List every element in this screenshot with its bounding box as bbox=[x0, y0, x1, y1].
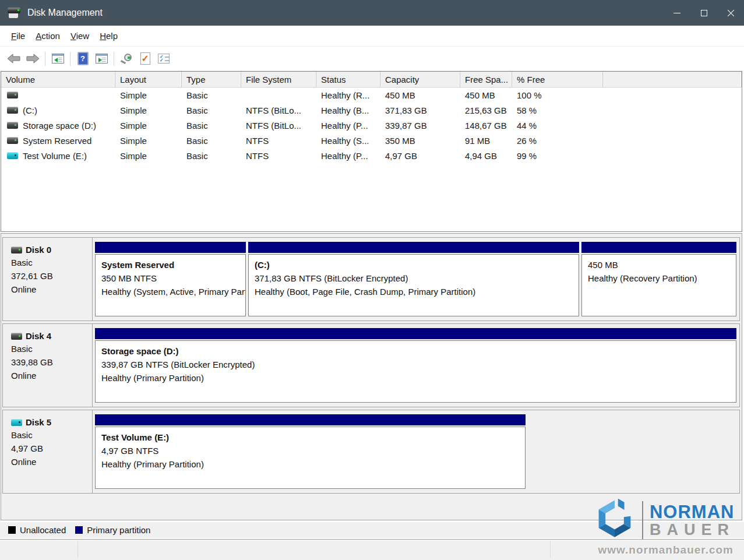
disk-name: Disk 4 bbox=[26, 331, 51, 341]
magnifier-icon bbox=[119, 53, 133, 65]
graphical-disk-pane: Disk 0 Basic 372,61 GB Online System Res… bbox=[1, 233, 742, 520]
column-header-file-system[interactable]: File System bbox=[241, 72, 316, 87]
volume-list-pane: Volume Layout Type File System Status Ca… bbox=[1, 71, 742, 232]
status-cell: Healthy (S... bbox=[316, 136, 380, 146]
forward-button[interactable] bbox=[23, 50, 42, 68]
layout-cell: Simple bbox=[115, 105, 182, 115]
partition-info: Test Volume (E:) 4,97 GB NTFS Healthy (P… bbox=[95, 427, 526, 489]
volume-row-recovery[interactable]: Simple Basic Healthy (R... 450 MB 450 MB… bbox=[1, 87, 742, 103]
volume-icon bbox=[7, 137, 18, 144]
partition-title: (C:) bbox=[255, 258, 579, 272]
console-tree-icon bbox=[52, 54, 64, 64]
disk-size: 339,88 GB bbox=[11, 355, 92, 369]
legend-label: Primary partition bbox=[87, 525, 150, 535]
show-action-pane-button[interactable] bbox=[92, 50, 111, 68]
disk-size: 4,97 GB bbox=[11, 442, 92, 455]
volume-cell: System Reserved bbox=[1, 136, 115, 146]
pct-free-cell: 100 % bbox=[512, 90, 603, 100]
disk-management-window: Disk Management File Action View Help ? bbox=[0, 0, 744, 560]
partition-info: 450 MB Healthy (Recovery Partition) bbox=[581, 254, 736, 316]
disk-4-partitions: Storage space (D:) 339,87 GB NTFS (BitLo… bbox=[93, 324, 739, 407]
minimize-icon bbox=[674, 13, 680, 13]
column-header-blank bbox=[603, 72, 742, 87]
column-header-status[interactable]: Status bbox=[316, 72, 380, 87]
menu-view[interactable]: View bbox=[65, 29, 94, 43]
partition-status: Healthy (System, Active, Primary Partiti… bbox=[101, 285, 245, 298]
toolbar: ? ✓ ✓ ✓ bbox=[0, 47, 744, 71]
help-button[interactable]: ? bbox=[73, 50, 92, 68]
partition-color-bar bbox=[95, 414, 526, 425]
maximize-icon bbox=[701, 10, 707, 16]
status-bar-divider bbox=[77, 541, 78, 558]
volume-name: (C:) bbox=[23, 105, 37, 115]
volume-name: System Reserved bbox=[23, 136, 91, 146]
status-cell: Healthy (B... bbox=[316, 105, 380, 115]
volume-name: Storage space (D:) bbox=[23, 121, 96, 131]
disk-status: Online bbox=[11, 283, 92, 296]
partition-info: Storage space (D:) 339,87 GB NTFS (BitLo… bbox=[95, 340, 736, 403]
volume-row-test-volume[interactable]: Test Volume (E:) Simple Basic NTFS Healt… bbox=[1, 148, 742, 163]
partition-size-fs: 339,87 GB NTFS (BitLocker Encrypted) bbox=[101, 358, 736, 371]
partition-recovery[interactable]: 450 MB Healthy (Recovery Partition) bbox=[581, 242, 736, 320]
pct-free-cell: 44 % bbox=[512, 121, 603, 131]
pct-free-cell: 99 % bbox=[512, 151, 603, 161]
free-space-cell: 148,67 GB bbox=[460, 121, 512, 131]
type-cell: Basic bbox=[182, 136, 241, 146]
maximize-button[interactable] bbox=[690, 0, 717, 26]
logo-text: NORMAN BAUER bbox=[650, 503, 735, 538]
volume-row-c[interactable]: (C:) Simple Basic NTFS (BitLo... Healthy… bbox=[1, 103, 742, 118]
column-header-layout[interactable]: Layout bbox=[115, 72, 182, 87]
partition-status: Healthy (Boot, Page File, Crash Dump, Pr… bbox=[255, 285, 579, 298]
partition-status: Healthy (Primary Partition) bbox=[101, 457, 525, 471]
volume-row-storage-space[interactable]: Storage space (D:) Simple Basic NTFS (Bi… bbox=[1, 118, 742, 133]
capacity-cell: 4,97 GB bbox=[380, 151, 460, 161]
disk-0-header[interactable]: Disk 0 Basic 372,61 GB Online bbox=[3, 238, 93, 320]
properties-checklist-button[interactable]: ✓ ✓ bbox=[154, 50, 173, 68]
partition-info: (C:) 371,83 GB NTFS (BitLocker Encrypted… bbox=[248, 254, 579, 316]
disk-5-header[interactable]: Disk 5 Basic 4,97 GB Online bbox=[3, 410, 93, 493]
partition-title: System Reserved bbox=[101, 258, 245, 272]
layout-cell: Simple bbox=[115, 136, 182, 146]
disk-4-header[interactable]: Disk 4 Basic 339,88 GB Online bbox=[3, 324, 93, 407]
partition-size-fs: 350 MB NTFS bbox=[101, 272, 245, 285]
show-console-tree-button[interactable] bbox=[48, 50, 67, 68]
refresh-disks-button[interactable] bbox=[117, 50, 136, 68]
menu-action[interactable]: Action bbox=[30, 29, 65, 43]
partition-c[interactable]: (C:) 371,83 GB NTFS (BitLocker Encrypted… bbox=[248, 242, 579, 320]
column-header-free-space[interactable]: Free Spa... bbox=[460, 72, 512, 87]
type-cell: Basic bbox=[182, 151, 241, 161]
close-icon bbox=[727, 9, 735, 17]
free-space-cell: 450 MB bbox=[460, 90, 512, 100]
volume-row-system-reserved[interactable]: System Reserved Simple Basic NTFS Health… bbox=[1, 133, 742, 148]
disk-row-0: Disk 0 Basic 372,61 GB Online System Res… bbox=[2, 237, 740, 321]
partition-color-bar bbox=[581, 242, 736, 253]
disk-type: Basic bbox=[11, 428, 92, 442]
column-header-pct-free[interactable]: % Free bbox=[512, 72, 603, 87]
pct-free-cell: 58 % bbox=[512, 105, 603, 115]
menu-help[interactable]: Help bbox=[94, 29, 123, 43]
type-cell: Basic bbox=[182, 121, 241, 131]
toolbar-separator bbox=[45, 52, 45, 66]
minimize-button[interactable] bbox=[664, 0, 690, 26]
column-header-type[interactable]: Type bbox=[182, 72, 241, 87]
hexagon-logo-icon bbox=[594, 498, 636, 543]
check-document-button[interactable]: ✓ bbox=[136, 50, 154, 68]
menu-file[interactable]: File bbox=[6, 29, 30, 43]
column-header-volume[interactable]: Volume bbox=[1, 72, 115, 87]
disk-icon bbox=[11, 333, 22, 340]
volume-icon bbox=[7, 91, 18, 98]
column-header-capacity[interactable]: Capacity bbox=[380, 72, 460, 87]
capacity-cell: 350 MB bbox=[380, 136, 460, 146]
toolbar-separator bbox=[114, 52, 114, 66]
capacity-cell: 450 MB bbox=[380, 90, 460, 100]
disk-icon-cyan bbox=[11, 419, 22, 426]
close-button[interactable] bbox=[717, 0, 744, 26]
partition-storage-space[interactable]: Storage space (D:) 339,87 GB NTFS (BitLo… bbox=[95, 328, 736, 407]
disk-status: Online bbox=[11, 455, 92, 469]
layout-cell: Simple bbox=[115, 151, 182, 161]
pct-free-cell: 26 % bbox=[512, 136, 603, 146]
partition-system-reserved[interactable]: System Reserved 350 MB NTFS Healthy (Sys… bbox=[95, 242, 246, 320]
app-icon bbox=[8, 7, 22, 19]
back-button[interactable] bbox=[5, 50, 23, 68]
partition-test-volume[interactable]: Test Volume (E:) 4,97 GB NTFS Healthy (P… bbox=[95, 414, 526, 493]
